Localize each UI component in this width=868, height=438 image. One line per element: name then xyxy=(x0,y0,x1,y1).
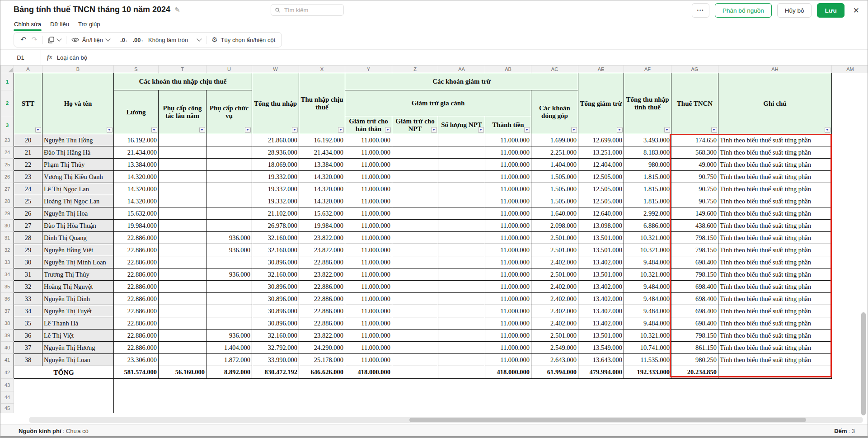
row-number[interactable]: 23 xyxy=(1,134,14,146)
allocate-source-button[interactable]: Phân bổ nguồn xyxy=(715,3,772,18)
cell[interactable]: 61.994.000 xyxy=(531,366,578,379)
cell[interactable]: Lê Thị Ngọc Lan xyxy=(42,183,114,195)
cell[interactable]: 22.886.000 xyxy=(299,281,345,293)
filter-button[interactable] xyxy=(571,127,577,133)
horizontal-scrollbar-thumb[interactable] xyxy=(409,418,806,422)
cell[interactable]: 11.000.000 xyxy=(345,220,392,232)
cell[interactable]: Lê Thanh Hà xyxy=(42,317,114,330)
cell[interactable]: 22.886.000 xyxy=(114,244,159,256)
cell[interactable]: 26.978.000 xyxy=(252,220,299,232)
cell[interactable] xyxy=(438,268,485,281)
cell[interactable]: 418.000.000 xyxy=(345,366,392,379)
cell[interactable]: 11.535.000 xyxy=(624,354,671,366)
cell[interactable]: 13.402.000 xyxy=(578,317,624,330)
empty-cell[interactable] xyxy=(114,379,832,391)
cell[interactable]: 936.000 xyxy=(206,268,252,281)
cell[interactable]: 11.000.000 xyxy=(485,146,531,159)
cell[interactable] xyxy=(438,293,485,305)
cell[interactable]: 568.300 xyxy=(671,146,718,159)
cell[interactable]: 11.000.000 xyxy=(345,305,392,317)
column-options-button[interactable]: ⚙ Tùy chọn ẩn/hiện cột xyxy=(211,36,275,44)
rounding-dropdown[interactable]: Không làm tròn xyxy=(148,37,201,43)
cell[interactable]: 12.699.000 xyxy=(578,134,624,146)
cell[interactable]: 25 xyxy=(14,195,42,207)
empty-cell[interactable] xyxy=(114,404,832,413)
cell[interactable] xyxy=(159,330,206,342)
cell[interactable]: Tính theo biểu thuế suất từng phần xyxy=(718,317,832,330)
cell[interactable] xyxy=(392,354,438,366)
row-number[interactable]: 35 xyxy=(1,281,14,293)
row-number[interactable]: 33 xyxy=(1,256,14,268)
cell[interactable]: 11.000.000 xyxy=(345,159,392,171)
filter-button[interactable] xyxy=(35,127,41,133)
cell[interactable]: 13.549.000 xyxy=(578,342,624,354)
empty-cell[interactable] xyxy=(14,379,42,391)
header-deduction-group[interactable]: Các khoản giảm trừ xyxy=(345,73,578,90)
cell[interactable]: 32.160.000 xyxy=(252,268,299,281)
cell[interactable]: 14.320.000 xyxy=(299,171,345,183)
cell[interactable]: 192.333.000 xyxy=(624,366,671,379)
cell[interactable]: 22.886.000 xyxy=(114,305,159,317)
cell[interactable]: 14.320.000 xyxy=(114,183,159,195)
cell[interactable]: 11.000.000 xyxy=(345,256,392,268)
empty-cell[interactable] xyxy=(832,171,868,183)
empty-cell[interactable] xyxy=(832,195,868,207)
cancel-button[interactable]: Hủy bỏ xyxy=(777,3,812,18)
cell[interactable]: 23.822.000 xyxy=(299,330,345,342)
cell[interactable] xyxy=(438,317,485,330)
row-number[interactable]: 29 xyxy=(1,207,14,220)
cell[interactable] xyxy=(206,305,252,317)
cell[interactable]: 11.000.000 xyxy=(345,183,392,195)
cell[interactable]: 1.505.000 xyxy=(531,183,578,195)
cell[interactable]: 861.150 xyxy=(671,342,718,354)
header-family-deduction-group[interactable]: Giảm trừ gia cảnh xyxy=(345,90,531,116)
cell[interactable] xyxy=(206,293,252,305)
cell[interactable]: 22.886.000 xyxy=(114,317,159,330)
cell[interactable] xyxy=(438,195,485,207)
cell[interactable]: 11.000.000 xyxy=(485,183,531,195)
cell[interactable] xyxy=(392,268,438,281)
cell[interactable]: 21.860.000 xyxy=(252,134,299,146)
cell[interactable]: 20 xyxy=(14,134,42,146)
cell[interactable]: Lê Thị Việt xyxy=(42,330,114,342)
search-input[interactable] xyxy=(283,6,339,14)
cell[interactable]: Hoàng Thị Nguyệt xyxy=(42,281,114,293)
undo-icon[interactable]: ↶ xyxy=(20,36,26,43)
cell[interactable]: 698.400 xyxy=(671,317,718,330)
cell[interactable] xyxy=(392,220,438,232)
cell[interactable] xyxy=(206,207,252,220)
cell[interactable]: 10.321.000 xyxy=(624,244,671,256)
cell[interactable]: 13.501.000 xyxy=(578,244,624,256)
cell[interactable] xyxy=(392,171,438,183)
cell[interactable]: Tính theo biểu thuế suất từng phần xyxy=(718,244,832,256)
cell[interactable]: Nguyễn Thị Tuyết xyxy=(42,305,114,317)
filter-button[interactable] xyxy=(338,127,344,133)
cell[interactable]: 56.160.000 xyxy=(159,366,206,379)
cell[interactable]: 13.643.000 xyxy=(578,354,624,366)
cell[interactable] xyxy=(206,159,252,171)
cell[interactable]: 13.402.000 xyxy=(578,305,624,317)
cell[interactable]: 11.000.000 xyxy=(345,342,392,354)
row-number[interactable]: 34 xyxy=(1,268,14,281)
cell[interactable]: 22.886.000 xyxy=(299,256,345,268)
cell[interactable]: 3.493.000 xyxy=(624,134,671,146)
row-number[interactable]: 28 xyxy=(1,195,14,207)
vertical-scrollbar-thumb[interactable] xyxy=(861,312,866,415)
row-number[interactable]: 3 xyxy=(1,116,14,134)
column-letter-AC[interactable]: AC xyxy=(531,66,578,73)
cell[interactable]: 174.650 xyxy=(671,134,718,146)
cell[interactable]: 11.000.000 xyxy=(345,171,392,183)
cell[interactable]: 22.886.000 xyxy=(114,232,159,244)
empty-cell[interactable] xyxy=(832,293,868,305)
cell[interactable]: 11.000.000 xyxy=(345,268,392,281)
cell[interactable] xyxy=(159,134,206,146)
cell[interactable]: 936.000 xyxy=(206,232,252,244)
cell[interactable] xyxy=(159,232,206,244)
cell[interactable]: 11.000.000 xyxy=(485,268,531,281)
cell[interactable]: 14.320.000 xyxy=(299,195,345,207)
cell[interactable]: 13.251.000 xyxy=(578,146,624,159)
column-letter-Y[interactable]: Y xyxy=(345,66,392,73)
menu-help[interactable]: Trợ giúp xyxy=(78,20,101,30)
cell[interactable]: 21 xyxy=(14,146,42,159)
column-letter-AE[interactable]: AE xyxy=(578,66,624,73)
